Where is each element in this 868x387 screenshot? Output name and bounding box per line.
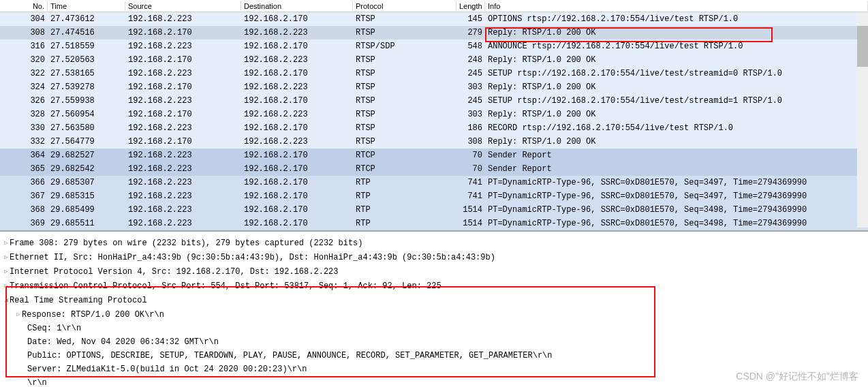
cell: 303 bbox=[456, 82, 485, 93]
tree-response[interactable]: Response: RTSP/1.0 200 OK\r\n bbox=[3, 307, 865, 322]
tree-server-text: Server: ZLMediaKit-5.0(build in Oct 24 2… bbox=[27, 362, 307, 376]
cell: 27.564779 bbox=[48, 136, 125, 147]
scrollbar[interactable] bbox=[857, 12, 868, 228]
col-header-length[interactable]: Length bbox=[456, 1, 485, 11]
cell: 192.168.2.223 bbox=[125, 95, 241, 106]
cell: 27.518559 bbox=[48, 41, 125, 52]
expand-icon[interactable] bbox=[15, 307, 22, 322]
table-row[interactable]: 36429.682527192.168.2.223192.168.2.170RT… bbox=[0, 149, 868, 162]
packet-list-pane[interactable]: No. Time Source Destination Protocol Len… bbox=[0, 0, 868, 232]
tree-ethernet[interactable]: Ethernet II, Src: HonHaiPr_a4:43:9b (9c:… bbox=[3, 250, 865, 264]
cell: 192.168.2.223 bbox=[125, 150, 241, 161]
scrollbar-thumb[interactable] bbox=[857, 26, 868, 67]
cell: 1514 bbox=[456, 204, 485, 215]
table-row[interactable]: 31627.518559192.168.2.223192.168.2.170RT… bbox=[0, 40, 868, 53]
table-row[interactable]: 36829.685499192.168.2.223192.168.2.170RT… bbox=[0, 203, 868, 217]
expand-icon[interactable] bbox=[3, 250, 10, 264]
tree-date[interactable]: Date: Wed, Nov 04 2020 06:34:32 GMT\r\n bbox=[3, 335, 865, 349]
cell: RTSP bbox=[353, 136, 456, 147]
cell: RTSP bbox=[353, 27, 456, 38]
cell: Reply: RTSP/1.0 200 OK bbox=[485, 82, 868, 93]
tree-rtsp[interactable]: Real Time Streaming Protocol bbox=[3, 293, 865, 307]
tree-ip[interactable]: Internet Protocol Version 4, Src: 192.16… bbox=[3, 264, 865, 279]
table-row[interactable]: 33027.563580192.168.2.223192.168.2.170RT… bbox=[0, 121, 868, 135]
table-row[interactable]: 33227.564779192.168.2.170192.168.2.223RT… bbox=[0, 135, 868, 149]
expand-icon[interactable] bbox=[3, 236, 10, 250]
cell: RTSP bbox=[353, 14, 456, 25]
packet-list-header[interactable]: No. Time Source Destination Protocol Len… bbox=[0, 0, 868, 12]
tree-eth-text: Ethernet II, Src: HonHaiPr_a4:43:9b (9c:… bbox=[10, 251, 495, 264]
cell: 29.685307 bbox=[48, 177, 125, 188]
cell: 330 bbox=[0, 123, 48, 134]
packet-details-pane[interactable]: Frame 308: 279 bytes on wire (2232 bits)… bbox=[0, 232, 868, 387]
tree-cseq[interactable]: CSeq: 1\r\n bbox=[3, 322, 865, 335]
table-row[interactable]: 32427.539278192.168.2.170192.168.2.223RT… bbox=[0, 80, 868, 94]
cell: 192.168.2.223 bbox=[125, 164, 241, 174]
cell: PT=DynamicRTP-Type-96, SSRC=0xD801E570, … bbox=[485, 191, 868, 202]
cell: 192.168.2.170 bbox=[241, 191, 353, 202]
tree-public-text: Public: OPTIONS, DESCRIBE, SETUP, TEARDO… bbox=[27, 349, 553, 362]
cell: 192.168.2.170 bbox=[241, 14, 353, 25]
expand-icon[interactable] bbox=[3, 264, 10, 279]
cell: 27.559938 bbox=[48, 95, 125, 106]
cell: 245 bbox=[456, 95, 485, 106]
cell: RTCP bbox=[353, 150, 456, 161]
table-row[interactable]: 32627.559938192.168.2.223192.168.2.170RT… bbox=[0, 94, 868, 108]
tree-crlf[interactable]: \r\n bbox=[3, 376, 865, 387]
cell: RTP bbox=[353, 177, 456, 188]
cell: 192.168.2.170 bbox=[241, 218, 353, 229]
cell: RTSP bbox=[353, 68, 456, 79]
col-header-destination[interactable]: Destination bbox=[241, 1, 353, 11]
table-row[interactable]: 32027.520563192.168.2.170192.168.2.223RT… bbox=[0, 53, 868, 67]
cell: 192.168.2.170 bbox=[125, 82, 241, 93]
cell: 192.168.2.170 bbox=[241, 164, 353, 174]
table-row[interactable]: 32227.538165192.168.2.223192.168.2.170RT… bbox=[0, 67, 868, 80]
packet-rows[interactable]: 30427.473612192.168.2.223192.168.2.170RT… bbox=[0, 12, 868, 232]
cell: RECORD rtsp://192.168.2.170:554/live/tes… bbox=[485, 123, 868, 134]
cell: 741 bbox=[456, 191, 485, 202]
cell: 70 bbox=[456, 164, 485, 174]
cell: 192.168.2.223 bbox=[241, 55, 353, 65]
cell: 192.168.2.170 bbox=[241, 123, 353, 134]
cell: RTP bbox=[353, 204, 456, 215]
cell: 192.168.2.170 bbox=[125, 109, 241, 120]
cell: 29.685315 bbox=[48, 191, 125, 202]
cell: 368 bbox=[0, 204, 48, 215]
table-row[interactable]: 36729.685315192.168.2.223192.168.2.170RT… bbox=[0, 189, 868, 203]
cell: 365 bbox=[0, 164, 48, 174]
cell: 27.560954 bbox=[48, 109, 125, 120]
expand-icon[interactable] bbox=[3, 279, 10, 293]
tree-public[interactable]: Public: OPTIONS, DESCRIBE, SETUP, TEARDO… bbox=[3, 349, 865, 362]
tree-tcp[interactable]: Transmission Control Protocol, Src Port:… bbox=[3, 279, 865, 293]
cell: Reply: RTSP/1.0 200 OK bbox=[485, 109, 868, 120]
cell: 192.168.2.223 bbox=[125, 218, 241, 229]
cell: 367 bbox=[0, 191, 48, 202]
cell: 326 bbox=[0, 95, 48, 106]
table-row[interactable]: 36629.685307192.168.2.223192.168.2.170RT… bbox=[0, 176, 868, 189]
col-header-info[interactable]: Info bbox=[485, 1, 868, 11]
cell: 192.168.2.170 bbox=[125, 27, 241, 38]
col-header-time[interactable]: Time bbox=[48, 1, 125, 11]
cell: RTSP bbox=[353, 55, 456, 65]
tree-server[interactable]: Server: ZLMediaKit-5.0(build in Oct 24 2… bbox=[3, 362, 865, 376]
collapse-icon[interactable] bbox=[3, 293, 10, 307]
table-row[interactable]: 36529.682542192.168.2.223192.168.2.170RT… bbox=[0, 162, 868, 176]
table-row[interactable]: 30827.474516192.168.2.170192.168.2.223RT… bbox=[0, 26, 868, 40]
cell: SETUP rtsp://192.168.2.170:554/live/test… bbox=[485, 68, 868, 79]
cell: 364 bbox=[0, 150, 48, 161]
col-header-no[interactable]: No. bbox=[0, 1, 48, 11]
cell: 29.685499 bbox=[48, 204, 125, 215]
cell: 192.168.2.170 bbox=[241, 41, 353, 52]
col-header-source[interactable]: Source bbox=[125, 1, 241, 11]
cell: 322 bbox=[0, 68, 48, 79]
cell: Reply: RTSP/1.0 200 OK bbox=[485, 55, 868, 65]
table-row[interactable]: 30427.473612192.168.2.223192.168.2.170RT… bbox=[0, 12, 868, 26]
col-header-protocol[interactable]: Protocol bbox=[353, 1, 456, 11]
cell: Sender Report bbox=[485, 150, 868, 161]
table-row[interactable]: 32827.560954192.168.2.170192.168.2.223RT… bbox=[0, 108, 868, 121]
cell: Reply: RTSP/1.0 200 OK bbox=[485, 27, 868, 38]
tree-frame[interactable]: Frame 308: 279 bytes on wire (2232 bits)… bbox=[3, 236, 865, 250]
cell: 304 bbox=[0, 14, 48, 25]
cell: 192.168.2.223 bbox=[125, 204, 241, 215]
table-row[interactable]: 36929.685511192.168.2.223192.168.2.170RT… bbox=[0, 217, 868, 230]
